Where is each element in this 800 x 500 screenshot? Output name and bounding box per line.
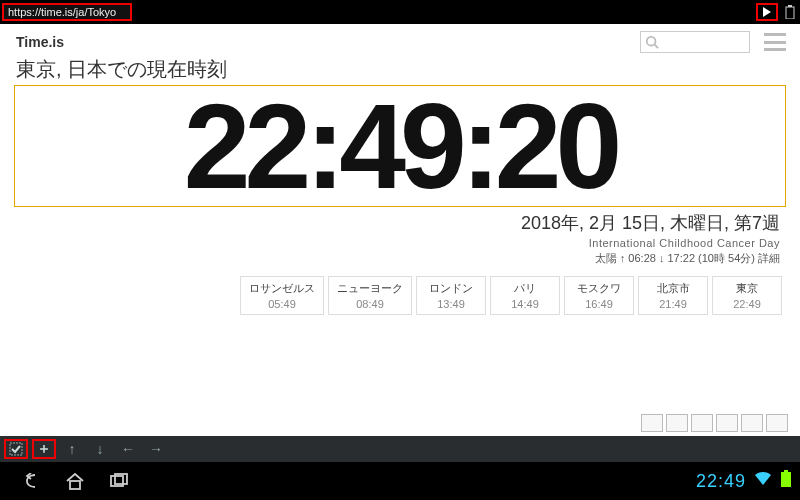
clock-box: 22:49:20 — [14, 85, 786, 207]
page-util-button[interactable] — [691, 414, 713, 432]
page-header: Time.is — [10, 28, 790, 56]
city-time: 21:49 — [647, 298, 699, 310]
system-nav-bar: 22:49 — [0, 462, 800, 500]
city-item[interactable]: パリ14:49 — [490, 276, 560, 315]
city-name: ニューヨーク — [337, 281, 403, 296]
search-input[interactable] — [640, 31, 750, 53]
add-tab-button[interactable]: ＋ — [32, 439, 56, 459]
sun-line[interactable]: 太陽 ↑ 06:28 ↓ 17:22 (10時 54分) 詳細 — [10, 251, 780, 266]
svg-rect-2 — [786, 7, 794, 19]
wifi-icon[interactable] — [754, 472, 772, 490]
date-line: 2018年, 2月 15日, 木曜日, 第7週 — [10, 211, 780, 235]
city-time: 13:49 — [425, 298, 477, 310]
back-icon[interactable] — [20, 470, 42, 492]
page-content: Time.is 東京, 日本での現在時刻 22:49:20 2018年, 2月 … — [0, 24, 800, 436]
bookmark-button[interactable] — [4, 439, 28, 459]
status-clock[interactable]: 22:49 — [696, 471, 746, 492]
page-bottom-icon-row — [641, 414, 788, 432]
svg-rect-9 — [784, 470, 788, 472]
home-icon[interactable] — [64, 470, 86, 492]
nav-back-button[interactable]: ← — [116, 439, 140, 459]
city-name: ロンドン — [425, 281, 477, 296]
city-item[interactable]: ニューヨーク08:49 — [328, 276, 412, 315]
city-name: 北京市 — [647, 281, 699, 296]
svg-point-3 — [647, 37, 656, 46]
city-item[interactable]: ロサンゼルス05:49 — [240, 276, 324, 315]
city-time: 05:49 — [249, 298, 315, 310]
scroll-up-button[interactable]: ↑ — [60, 439, 84, 459]
page-util-button[interactable] — [766, 414, 788, 432]
recent-apps-icon[interactable] — [108, 470, 130, 492]
scroll-down-button[interactable]: ↓ — [88, 439, 112, 459]
address-bar[interactable]: https://time.is/ja/Tokyo — [2, 3, 132, 21]
city-item[interactable]: モスクワ16:49 — [564, 276, 634, 315]
city-time: 14:49 — [499, 298, 551, 310]
city-time: 22:49 — [721, 298, 773, 310]
page-util-button[interactable] — [741, 414, 763, 432]
site-name[interactable]: Time.is — [10, 34, 64, 50]
arrow-left-icon: ← — [121, 441, 135, 457]
city-time: 08:49 — [337, 298, 403, 310]
city-name: モスクワ — [573, 281, 625, 296]
svg-marker-0 — [763, 7, 771, 17]
play-icon[interactable] — [756, 3, 778, 21]
bookmark-check-icon — [9, 442, 23, 456]
menu-icon[interactable] — [764, 33, 786, 51]
city-list: ロサンゼルス05:49 ニューヨーク08:49 ロンドン13:49 パリ14:4… — [10, 276, 782, 315]
browser-toolbar: ＋ ↑ ↓ ← → — [0, 436, 800, 462]
arrow-down-icon: ↓ — [97, 441, 104, 457]
nav-forward-button[interactable]: → — [144, 439, 168, 459]
battery-small-icon — [784, 4, 796, 20]
city-name: パリ — [499, 281, 551, 296]
city-name: 東京 — [721, 281, 773, 296]
browser-top-bar: https://time.is/ja/Tokyo — [0, 0, 800, 24]
svg-rect-6 — [70, 481, 80, 489]
city-name: ロサンゼルス — [249, 281, 315, 296]
arrow-up-icon: ↑ — [69, 441, 76, 457]
svg-line-4 — [655, 45, 659, 49]
svg-rect-10 — [781, 472, 791, 487]
battery-icon[interactable] — [780, 470, 792, 492]
search-icon — [645, 35, 659, 49]
city-item[interactable]: ロンドン13:49 — [416, 276, 486, 315]
city-item[interactable]: 北京市21:49 — [638, 276, 708, 315]
page-util-button[interactable] — [641, 414, 663, 432]
main-clock: 22:49:20 — [15, 86, 785, 206]
page-util-button[interactable] — [666, 414, 688, 432]
svg-rect-5 — [10, 443, 22, 455]
plus-icon: ＋ — [37, 440, 51, 458]
event-line[interactable]: International Childhood Cancer Day — [10, 237, 780, 249]
page-util-button[interactable] — [716, 414, 738, 432]
city-time: 16:49 — [573, 298, 625, 310]
city-item[interactable]: 東京22:49 — [712, 276, 782, 315]
arrow-right-icon: → — [149, 441, 163, 457]
